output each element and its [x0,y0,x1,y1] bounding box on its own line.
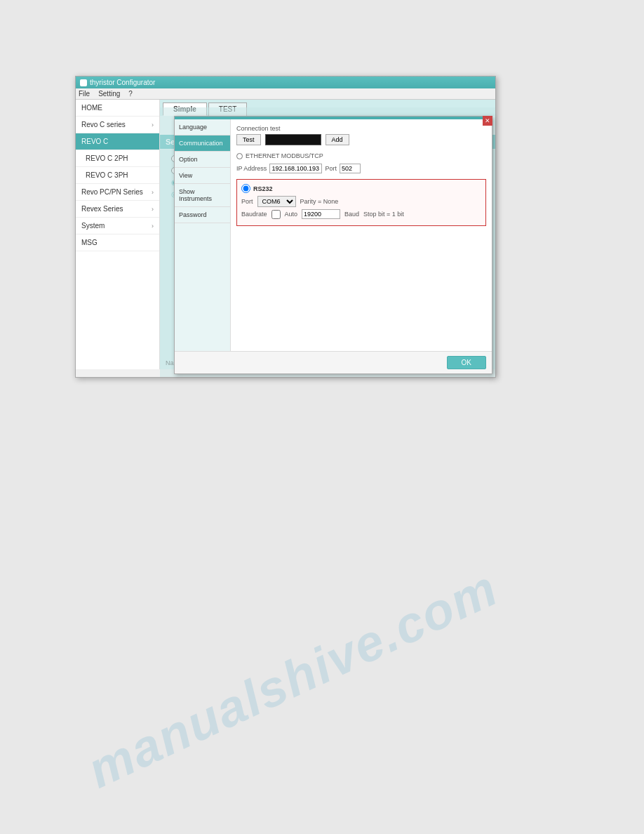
conn-test-label: Connection test [236,125,486,132]
chevron-icon: › [152,121,154,128]
nav-option[interactable]: Option [175,152,230,168]
rs232-title: RS232 [241,184,481,193]
watermark: manualshive.com [79,559,506,799]
port-label: Port [325,165,337,172]
sidebar-item-system[interactable]: System › [76,218,159,234]
sidebar-item-revo-pcpn[interactable]: Revo PC/PN Series › [76,184,159,201]
test-button[interactable]: Test [236,134,261,145]
ethernet-label: ETHERNET MODBUS/TCP [246,152,323,159]
nav-show-instruments[interactable]: Show Instruments [175,184,230,207]
baud-label: Baudrate [241,211,267,218]
radio-group: ETHERNET MODBUS/TCP IP Address Port [236,152,486,173]
app-window: thyristor Configurator File Setting ? HO… [75,76,496,378]
menu-file[interactable]: File [79,90,90,98]
baud-input[interactable] [302,209,340,219]
rs232-radio[interactable] [241,184,250,193]
dialog-footer: OK [175,351,492,373]
nav-language[interactable]: Language [175,119,230,135]
ip-input[interactable] [269,164,322,173]
rs232-box: RS232 Port COM6 COM1 COM2 COM3 [236,179,486,226]
sidebar: HOME Revo C series › REVO C REVO C 2PH R… [76,100,160,369]
nav-password[interactable]: Password [175,207,230,223]
dialog-overlay: ✕ Language Communication Option View Sho… [160,107,495,377]
sidebar-item-home[interactable]: HOME [76,100,159,117]
content-area: Simple TEST REVO C 1PH Selection Create … [160,100,495,369]
menu-bar: File Setting ? [76,88,495,100]
dialog-nav: Language Communication Option View Show … [175,119,231,351]
dialog-content: Connection test Test Add [231,119,492,351]
auto-label: Auto [285,211,298,218]
add-button[interactable]: Add [326,134,349,145]
nav-view[interactable]: View [175,168,230,184]
sidebar-item-revex[interactable]: Revex Series › [76,201,159,218]
chevron-icon: › [152,206,154,213]
parity-label: Parity = None [300,198,339,205]
menu-help[interactable]: ? [128,90,133,98]
ethernet-fields: IP Address Port [236,164,486,173]
auto-checkbox[interactable] [271,210,281,219]
connection-test-section: Connection test Test Add [236,125,486,145]
app-title: thyristor Configurator [90,79,155,86]
nav-communication[interactable]: Communication [175,135,230,152]
app-icon [80,79,87,86]
sidebar-item-revo-c[interactable]: REVO C [76,133,159,150]
ethernet-radio[interactable] [236,153,243,159]
title-bar: thyristor Configurator [76,77,495,88]
dialog: ✕ Language Communication Option View Sho… [174,116,492,374]
stopbit-label: Stop bit = 1 bit [363,211,404,218]
dialog-body: Language Communication Option View Show … [175,119,492,351]
menu-setting[interactable]: Setting [98,90,120,98]
main-layout: HOME Revo C series › REVO C REVO C 2PH R… [76,100,495,369]
rs232-baud-row: Baudrate Auto Baud Stop bit = 1 bit [241,209,481,219]
baud-unit: Baud [344,211,359,218]
sidebar-item-revo-c-series[interactable]: Revo C series › [76,117,159,133]
ip-label: IP Address [236,165,267,172]
chevron-icon: › [152,189,154,196]
conn-test-display [265,134,321,145]
sidebar-item-revo-c-2ph[interactable]: REVO C 2PH [76,150,159,167]
conn-test-row: Test Add [236,134,486,145]
rs232-port-row: Port COM6 COM1 COM2 COM3 Parity = None [241,196,481,207]
ethernet-radio-row[interactable]: ETHERNET MODBUS/TCP [236,152,486,159]
ok-button[interactable]: OK [447,356,486,369]
sidebar-item-revo-c-3ph[interactable]: REVO C 3PH [76,167,159,184]
rs232-port-select[interactable]: COM6 COM1 COM2 COM3 [257,196,296,207]
chevron-icon: › [152,223,154,230]
sidebar-item-msg[interactable]: MSG [76,234,159,251]
rs232-port-label: Port [241,198,253,205]
port-input[interactable] [340,164,361,173]
dialog-close-button[interactable]: ✕ [483,116,492,126]
